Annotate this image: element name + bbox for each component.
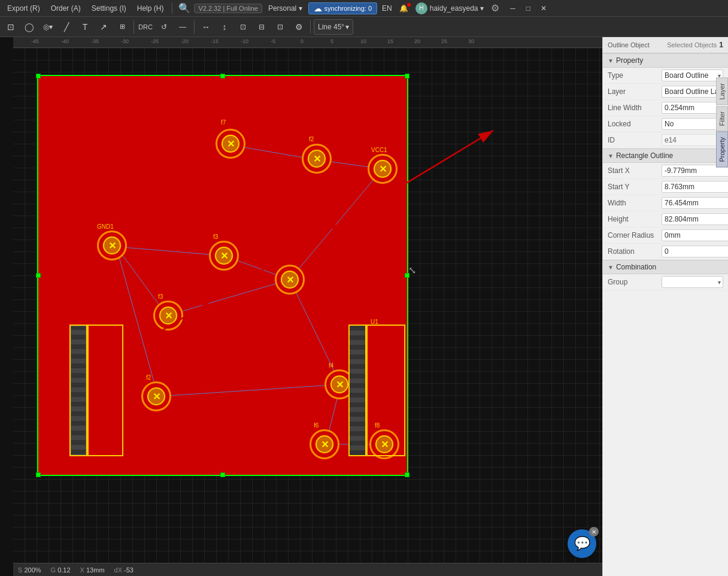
- component-c4[interactable]: ✕: [97, 231, 127, 260]
- locked-select-wrapper[interactable]: No Yes ▾: [662, 118, 723, 130]
- menu-item-order[interactable]: Order (A): [46, 3, 86, 14]
- handle-bm[interactable]: [220, 472, 225, 477]
- text-tool-btn[interactable]: T: [77, 19, 93, 35]
- property-section-header[interactable]: ▼ Property: [603, 53, 728, 68]
- panel-spacer: [603, 290, 728, 576]
- sync-button[interactable]: ☁ synchronizing: 0: [308, 2, 378, 14]
- canvas-content[interactable]: ✕ f7 ✕ f2 ✕ VCC1: [13, 48, 602, 563]
- handle-tr[interactable]: [405, 74, 410, 78]
- avatar: H: [415, 2, 427, 14]
- ruler-tick: 5: [330, 38, 333, 44]
- handle-bl[interactable]: [36, 472, 41, 477]
- handle-br[interactable]: [405, 472, 410, 477]
- locked-row: Locked No Yes ▾: [603, 116, 728, 132]
- start-y-row: Start Y: [603, 179, 728, 195]
- locked-select[interactable]: No Yes: [662, 118, 723, 130]
- component-c1[interactable]: ✕: [216, 129, 245, 159]
- pad-tool-btn[interactable]: ◎▾: [40, 19, 56, 35]
- layer-select[interactable]: Board Outline Lay...: [662, 86, 723, 98]
- cloud-icon: ☁: [314, 4, 322, 13]
- chat-button[interactable]: 💬 ✕: [568, 529, 596, 558]
- rotation-input[interactable]: [662, 245, 728, 257]
- start-y-input[interactable]: [662, 181, 728, 193]
- bell-icon[interactable]: 🔔: [397, 3, 411, 14]
- width-input[interactable]: [662, 197, 728, 209]
- line-angle-dropdown[interactable]: Line 45° ▾: [314, 19, 353, 35]
- grid-tool-btn[interactable]: ⊞: [114, 19, 131, 35]
- gear-icon[interactable]: ⚙: [489, 1, 502, 15]
- resize-handle[interactable]: ⤡: [408, 265, 416, 276]
- measure-btn[interactable]: ⊡: [272, 19, 289, 35]
- component-c3[interactable]: ✕: [368, 154, 398, 184]
- footprint-btn[interactable]: ⊟: [253, 19, 270, 35]
- ruler-tick: -20: [181, 38, 189, 44]
- property-tab[interactable]: Property: [716, 132, 728, 168]
- arrow-down-icon-2: ▼: [608, 153, 614, 159]
- component-c10[interactable]: ✕: [310, 429, 339, 459]
- height-input[interactable]: [662, 213, 728, 225]
- route-tool-btn[interactable]: ↺: [156, 19, 172, 35]
- dx-coord-label: dX -53: [114, 566, 134, 574]
- connector-left[interactable]: [69, 325, 87, 456]
- component-c2[interactable]: ✕: [302, 144, 332, 174]
- ruler-tick: 25: [441, 38, 447, 44]
- drc-tool-btn[interactable]: DRC: [137, 19, 154, 35]
- version-badge: V2.2.32 | Full Online: [194, 4, 262, 13]
- menu-item-settings[interactable]: Settings (I): [87, 3, 131, 14]
- settings-tool-btn[interactable]: ⚙: [290, 19, 307, 35]
- group-select-wrapper[interactable]: ▾: [662, 276, 723, 288]
- combination-section-header[interactable]: ▼ Combination: [603, 260, 728, 274]
- outline-object-label: Outline Object: [608, 41, 650, 48]
- connector-right[interactable]: [348, 325, 366, 456]
- handle-tm[interactable]: [220, 74, 225, 78]
- group-label: Group: [608, 278, 662, 286]
- layer-label: Layer: [608, 87, 662, 96]
- layer-select-wrapper[interactable]: Board Outline Lay... ▾: [662, 86, 723, 98]
- pcb-board[interactable]: ✕ f7 ✕ f2 ✕ VCC1: [37, 75, 408, 476]
- handle-tl[interactable]: [36, 74, 41, 78]
- close-button[interactable]: ✕: [536, 2, 551, 14]
- arrow-down-icon-3: ▼: [608, 264, 614, 271]
- minimize-button[interactable]: ─: [505, 2, 520, 14]
- lang-btn[interactable]: EN: [378, 3, 396, 14]
- arrow-down-icon: ▼: [608, 57, 614, 64]
- flip-v-btn[interactable]: ↕: [216, 19, 233, 35]
- user-area[interactable]: H haidy_easyeda ▾: [412, 1, 488, 16]
- layer-tab[interactable]: Layer: [716, 78, 728, 105]
- place-btn[interactable]: ⊡: [235, 19, 251, 35]
- handle-ml[interactable]: [36, 273, 41, 278]
- x-mark: ✕: [313, 153, 321, 165]
- grid-label: G 0.12: [51, 566, 71, 574]
- search-icon[interactable]: 🔍: [176, 0, 193, 17]
- rect-outline-label: Rectangle Outline: [616, 151, 673, 160]
- chat-close-icon[interactable]: ✕: [589, 527, 599, 536]
- dx-value: -53: [124, 566, 134, 574]
- component-c7[interactable]: ✕: [153, 301, 183, 331]
- line-tool-btn[interactable]: ╱: [58, 19, 75, 35]
- flip-h-btn[interactable]: ↔: [198, 19, 214, 35]
- select-tool-btn[interactable]: ⊡: [2, 19, 19, 35]
- menu-item-export[interactable]: Export (R): [2, 3, 45, 14]
- statusbar: S 200% G 0.12 X 13mm dX -53: [13, 563, 602, 576]
- menu-item-help[interactable]: Help (H): [132, 3, 169, 14]
- type-select[interactable]: Board Outline Copper Area Hole: [662, 69, 723, 81]
- x-mark: ✕: [108, 240, 116, 251]
- component-c9[interactable]: ✕: [141, 381, 171, 411]
- ellipse-tool-btn[interactable]: ◯: [21, 19, 38, 35]
- trace-tool-btn[interactable]: —: [174, 19, 191, 35]
- component-inner: ✕: [215, 247, 233, 265]
- canvas-area[interactable]: -45 -40 -35 -30 -25 -20 -15 -10 -5 0 5 1…: [0, 37, 602, 576]
- component-c6[interactable]: ✕: [275, 265, 305, 295]
- group-select[interactable]: [662, 276, 723, 288]
- ruler-tick: -10: [241, 38, 248, 44]
- layer-row: Layer Board Outline Lay... ▾: [603, 84, 728, 100]
- rect-outline-section-header[interactable]: ▼ Rectangle Outline: [603, 148, 728, 163]
- corner-radius-input[interactable]: [662, 229, 728, 241]
- arc-tool-btn[interactable]: ↗: [95, 19, 112, 35]
- maximize-button[interactable]: □: [521, 2, 535, 14]
- filter-tab[interactable]: Filter: [716, 106, 728, 131]
- component-c5[interactable]: ✕: [209, 241, 239, 271]
- personal-btn[interactable]: Personal ▾: [263, 3, 307, 14]
- comp-label-c7: f3: [158, 293, 163, 300]
- type-select-wrapper[interactable]: Board Outline Copper Area Hole ▾: [662, 69, 723, 81]
